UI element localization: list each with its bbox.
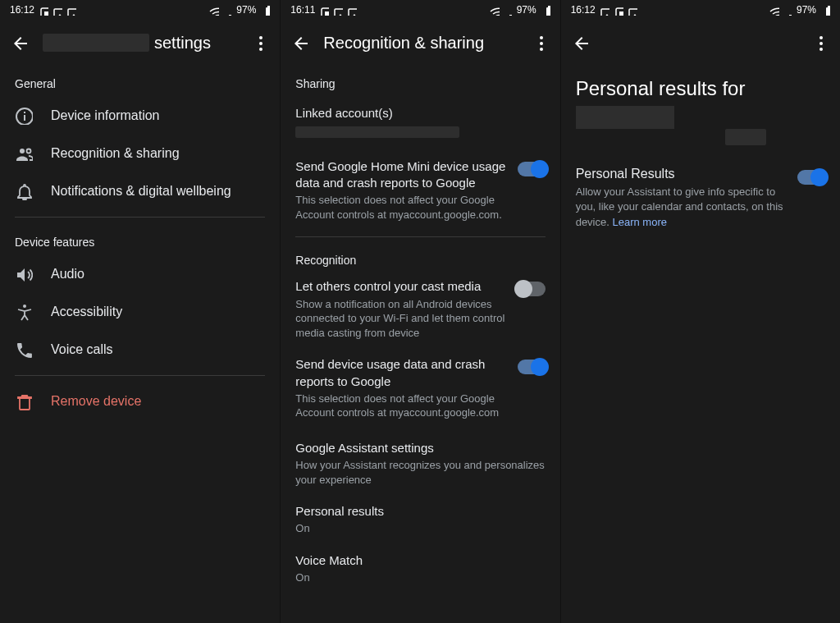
row-accessibility[interactable]: Accessibility xyxy=(0,293,280,331)
row-personal-results[interactable]: Personal results On xyxy=(281,495,559,544)
status-time: 16:11 xyxy=(290,4,315,16)
item-title: Voice Match xyxy=(295,552,545,569)
status-bar: 16:11 97% xyxy=(281,0,559,20)
status-icon xyxy=(38,5,48,16)
divider xyxy=(15,375,265,376)
panel-recognition-sharing: 16:11 97% Recognition & sharing Sharing … xyxy=(280,0,559,623)
more-button[interactable] xyxy=(531,33,550,53)
panel-settings: 16:12 97% settings General Device inform… xyxy=(0,0,280,623)
row-linked-accounts[interactable]: Linked account(s) xyxy=(281,97,559,150)
back-button[interactable] xyxy=(10,33,30,53)
row-audio[interactable]: Audio xyxy=(0,255,280,293)
battery-icon xyxy=(540,5,550,16)
divider xyxy=(295,236,545,237)
big-title: Personal results for xyxy=(561,66,840,129)
battery-icon xyxy=(819,5,830,16)
status-icon xyxy=(613,5,623,16)
status-icon xyxy=(346,5,357,16)
people-icon xyxy=(15,144,33,163)
audio-icon xyxy=(15,265,33,283)
status-bar: 16:12 97% xyxy=(0,0,280,20)
redacted-text xyxy=(576,106,674,129)
status-time: 16:12 xyxy=(571,4,596,16)
wifi-icon xyxy=(208,5,219,16)
status-icon xyxy=(627,5,637,16)
row-voice-calls[interactable]: Voice calls xyxy=(0,331,280,369)
appbar: settings xyxy=(0,20,280,66)
item-sub: This selection does not affect your Goog… xyxy=(295,392,509,420)
appbar xyxy=(561,20,840,66)
battery-icon xyxy=(259,5,270,16)
section-general: General xyxy=(0,66,280,97)
toggle-send-device[interactable] xyxy=(518,360,546,374)
more-button[interactable] xyxy=(810,33,830,53)
panel-personal-results: 16:12 97% Personal results for Personal … xyxy=(560,0,840,623)
row-send-device-usage[interactable]: Send device usage data and crash reports… xyxy=(281,348,559,428)
bell-icon xyxy=(15,182,33,200)
row-voice-match[interactable]: Voice Match On xyxy=(281,544,559,593)
item-title: Send Google Home Mini device usage data … xyxy=(295,158,509,192)
row-cast-control[interactable]: Let others control your cast media Show … xyxy=(281,270,559,348)
item-title: Send device usage data and crash reports… xyxy=(295,356,509,390)
row-recognition-sharing[interactable]: Recognition & sharing xyxy=(0,135,280,172)
item-sub: On xyxy=(295,521,545,536)
item-sub: How your Assistant recognizes you and pe… xyxy=(295,458,545,487)
status-icon xyxy=(66,5,76,16)
item-sub: On xyxy=(295,570,545,585)
status-time: 16:12 xyxy=(10,4,34,16)
trash-icon xyxy=(15,392,33,410)
wifi-icon xyxy=(769,5,779,16)
divider xyxy=(15,217,265,218)
page-title: settings xyxy=(43,34,237,53)
row-ga-settings: Google Assistant settings How your Assis… xyxy=(281,428,559,495)
toggle-cast[interactable] xyxy=(518,282,546,296)
battery-pct: 97% xyxy=(797,4,816,16)
status-icon xyxy=(52,5,62,16)
item-sub: This selection does not affect your Goog… xyxy=(295,193,509,222)
linked-accounts-label: Linked account(s) xyxy=(295,105,545,121)
accessibility-icon xyxy=(15,303,33,321)
status-icon xyxy=(599,5,609,16)
signal-icon xyxy=(783,5,793,16)
toggle-send-home[interactable] xyxy=(518,162,546,176)
redacted-text xyxy=(725,129,766,145)
item-title: Let others control your cast media xyxy=(295,278,509,295)
row-remove-device[interactable]: Remove device xyxy=(0,383,280,420)
item-sub: Allow your Assistant to give info specif… xyxy=(576,185,788,230)
redacted-text xyxy=(43,34,149,52)
item-sub: Show a notification on all Android devic… xyxy=(295,297,509,341)
toggle-personal-results[interactable] xyxy=(797,170,825,185)
status-icon xyxy=(318,5,329,16)
signal-icon xyxy=(503,5,514,16)
page-title: Recognition & sharing xyxy=(323,34,517,53)
info-icon xyxy=(15,107,33,125)
row-device-information[interactable]: Device information xyxy=(0,97,280,135)
phone-icon xyxy=(15,341,33,359)
section-sharing: Sharing xyxy=(281,66,559,97)
item-title: Personal results xyxy=(295,503,545,520)
battery-pct: 97% xyxy=(517,4,536,16)
row-notifications[interactable]: Notifications & digital wellbeing xyxy=(0,172,280,210)
redacted-text xyxy=(295,126,459,138)
status-bar: 16:12 97% xyxy=(561,0,840,20)
battery-pct: 97% xyxy=(236,4,256,16)
more-button[interactable] xyxy=(250,33,270,53)
item-title: Google Assistant settings xyxy=(295,440,545,456)
wifi-icon xyxy=(489,5,500,16)
appbar: Recognition & sharing xyxy=(281,20,559,66)
section-recognition: Recognition xyxy=(281,244,559,270)
back-button[interactable] xyxy=(571,33,591,53)
status-icon xyxy=(332,5,343,16)
signal-icon xyxy=(222,5,233,16)
back-button[interactable] xyxy=(290,33,310,53)
section-device-features: Device features xyxy=(0,224,280,255)
row-send-home-usage[interactable]: Send Google Home Mini device usage data … xyxy=(281,150,559,231)
row-personal-results-toggle[interactable]: Personal Results Allow your Assistant to… xyxy=(561,153,840,243)
learn-more-link[interactable]: Learn more xyxy=(612,216,666,228)
item-title: Personal Results xyxy=(576,167,788,181)
